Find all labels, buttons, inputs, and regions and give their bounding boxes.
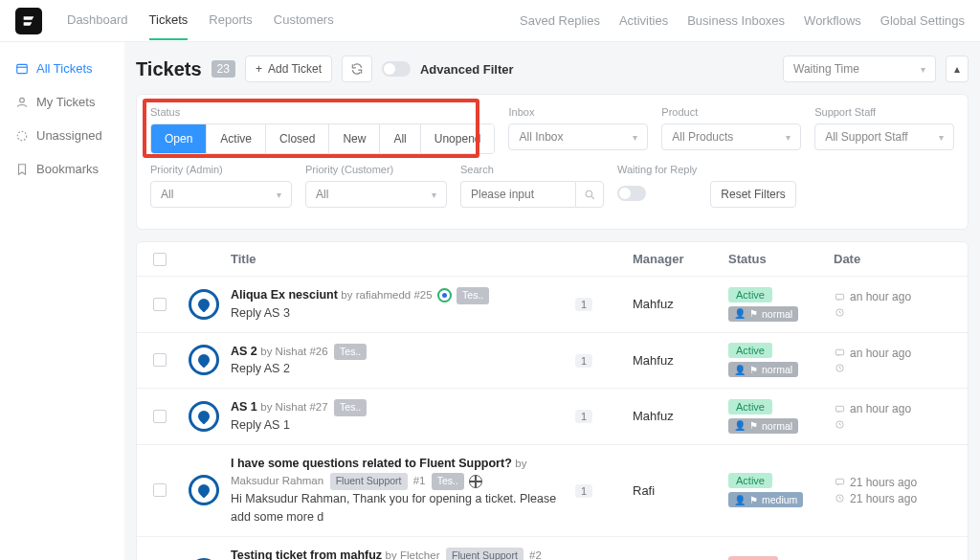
sidebar-item-all-tickets[interactable]: All Tickets (8, 54, 117, 83)
col-date: Date (834, 252, 958, 266)
sidebar-item-label: Unassigned (36, 128, 102, 143)
nav-customers[interactable]: Customers (274, 1, 334, 40)
reset-filters-button[interactable]: Reset Filters (710, 181, 795, 208)
status-ring-icon (437, 288, 452, 302)
priority-badge: 👤⚑ normal (728, 306, 798, 322)
svg-rect-10 (835, 479, 843, 484)
status-option-new[interactable]: New (329, 124, 380, 153)
status-segmented: Open Active Closed New All Unopend (150, 123, 495, 154)
svg-rect-6 (835, 350, 843, 356)
search-button[interactable] (575, 181, 604, 208)
nav-reports[interactable]: Reports (209, 1, 253, 40)
ticket-title: I have some questions related to Fluent … (231, 457, 512, 470)
search-icon (584, 189, 596, 201)
refresh-button[interactable] (342, 56, 372, 82)
chevron-down-icon: ▾ (939, 132, 944, 143)
sidebar-item-label: Bookmarks (36, 162, 99, 176)
table-row[interactable]: AS 1 by Nishat #27 Tes..Reply AS 11Mahfu… (137, 389, 968, 445)
message-icon (834, 477, 845, 488)
nav-global-settings[interactable]: Global Settings (880, 13, 965, 28)
priority-badge: 👤⚑ normal (728, 362, 798, 377)
ticket-by: by Nishat #27 (260, 401, 327, 413)
sidebar: All Tickets My Tickets Unassigned Bookma… (0, 42, 124, 560)
status-badge: Waiting (728, 556, 778, 560)
row-checkbox[interactable] (153, 298, 167, 311)
filter-label: Support Staff (814, 106, 954, 118)
avatar (189, 401, 219, 432)
nav-business-inboxes[interactable]: Business Inboxes (687, 13, 785, 28)
nav-dashboard[interactable]: Dashboard (67, 1, 128, 40)
user-small-icon: 👤 (734, 495, 746, 505)
status-option-unopend[interactable]: Unopend (421, 124, 495, 153)
ticket-title: Testing ticket from mahfuz (231, 549, 382, 561)
ticket-reply: Reply AS 2 (231, 360, 575, 378)
thread-count: 1 (575, 298, 592, 311)
priority-customer-select[interactable]: All▾ (305, 181, 447, 208)
sidebar-item-unassigned[interactable]: Unassigned (8, 121, 117, 150)
status-option-active[interactable]: Active (207, 124, 266, 153)
flag-icon: ⚑ (749, 420, 758, 431)
clock-icon (834, 418, 845, 430)
add-ticket-button[interactable]: + Add Ticket (245, 56, 332, 82)
svg-point-3 (586, 190, 592, 197)
status-option-open[interactable]: Open (151, 124, 207, 153)
col-title: Title (231, 252, 575, 266)
ticket-by: by rafiahmedd #25 (341, 289, 432, 301)
created-time: an hour ago (850, 402, 911, 415)
created-time: an hour ago (850, 290, 911, 303)
product-select[interactable]: All Products▾ (661, 123, 801, 150)
bookmark-icon (15, 163, 29, 176)
manager: Mahfuz (633, 353, 728, 368)
ticket-by: by Nishat #26 (260, 346, 327, 357)
ticket-title: AS 1 (231, 400, 257, 414)
filter-label: Priority (Customer) (305, 164, 447, 175)
inbox-select[interactable]: All Inbox▾ (508, 123, 648, 150)
user-small-icon: 👤 (734, 308, 746, 319)
clock-icon (834, 306, 845, 318)
table-row[interactable]: Aliqua Ex nesciunt by rafiahmedd #25 Tes… (137, 277, 968, 333)
status-option-closed[interactable]: Closed (266, 124, 329, 153)
status-option-all[interactable]: All (380, 124, 420, 153)
svg-rect-8 (835, 406, 843, 412)
priority-admin-select[interactable]: All▾ (150, 181, 292, 208)
chevron-down-icon: ▾ (921, 64, 925, 75)
avatar (189, 289, 219, 320)
nav-workflows[interactable]: Workflows (804, 13, 861, 28)
sidebar-item-label: My Tickets (36, 95, 95, 109)
waiting-toggle[interactable] (617, 186, 646, 201)
col-manager: Manager (633, 252, 728, 266)
secondary-nav: Saved Replies Activities Business Inboxe… (520, 13, 965, 28)
ticket-by: by Fletcher (386, 549, 440, 561)
select-all-checkbox[interactable] (153, 253, 167, 266)
nav-activities[interactable]: Activities (619, 13, 668, 28)
sidebar-item-my-tickets[interactable]: My Tickets (8, 87, 117, 117)
product-tag: Fluent Support (330, 473, 408, 490)
table-row[interactable]: I have some questions related to Fluent … (137, 445, 968, 537)
status-badge: Active (728, 399, 772, 414)
flag-icon: ⚑ (749, 308, 758, 319)
nav-tickets[interactable]: Tickets (149, 1, 189, 40)
sidebar-item-bookmarks[interactable]: Bookmarks (8, 154, 117, 184)
staff-select[interactable]: All Support Staff▾ (814, 123, 954, 150)
tag: Tes.. (432, 473, 464, 490)
logo (15, 8, 42, 34)
filter-label: Status (150, 106, 495, 118)
row-checkbox[interactable] (153, 410, 167, 423)
table-row[interactable]: Testing ticket from mahfuz by Fletcher F… (137, 537, 968, 561)
svg-rect-4 (835, 294, 843, 300)
sort-direction-button[interactable]: ▴ (946, 56, 969, 82)
sort-select[interactable]: Waiting Time ▾ (783, 56, 936, 82)
svg-point-1 (20, 98, 25, 102)
table-row[interactable]: AS 2 by Nishat #26 Tes..Reply AS 21Mahfu… (137, 333, 968, 390)
nav-saved-replies[interactable]: Saved Replies (520, 13, 600, 28)
advanced-filter-label: Advanced Filter (420, 62, 514, 77)
advanced-filter-toggle[interactable] (382, 61, 411, 77)
filter-label: Product (661, 106, 801, 118)
row-checkbox[interactable] (153, 483, 167, 497)
chevron-down-icon: ▾ (277, 190, 281, 200)
filter-label: Inbox (508, 106, 648, 118)
svg-point-2 (17, 131, 26, 140)
row-checkbox[interactable] (153, 353, 167, 367)
user-icon (15, 96, 29, 109)
search-input[interactable] (460, 181, 575, 208)
